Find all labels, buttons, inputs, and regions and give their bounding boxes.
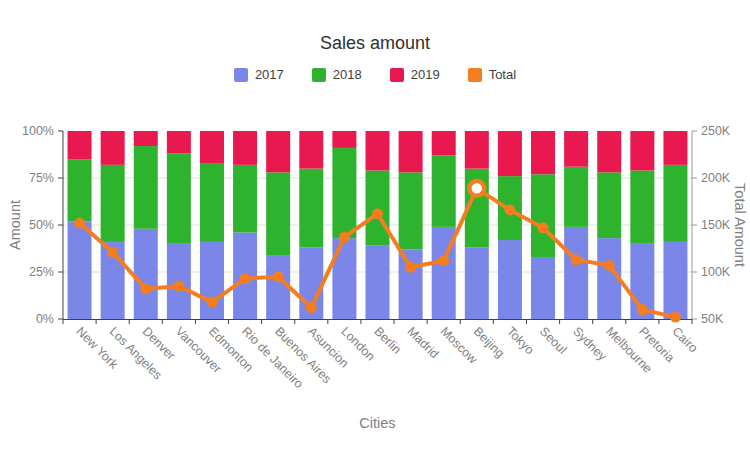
- x-axis-label-madrid: Madrid: [404, 324, 441, 361]
- bar-segment-2019-moscow[interactable]: [432, 131, 456, 155]
- line-point-melbourne[interactable]: [604, 260, 615, 271]
- bar-segment-2019-edmonton[interactable]: [200, 131, 224, 163]
- bar-segment-2018-sydney[interactable]: [564, 167, 588, 227]
- bar-segment-2019-beijing[interactable]: [465, 131, 489, 169]
- left-axis-tick-label: 75%: [29, 171, 54, 185]
- right-axis-tick-label: 250K: [701, 124, 731, 138]
- bar-segment-2018-seoul[interactable]: [531, 174, 555, 257]
- line-point-pretoria[interactable]: [637, 304, 648, 315]
- line-point-sydney[interactable]: [571, 254, 582, 265]
- line-point-los-angeles[interactable]: [107, 247, 118, 258]
- bar-segment-2017-new-york[interactable]: [68, 221, 92, 319]
- bar-segment-2018-cairo[interactable]: [663, 165, 687, 242]
- line-point-denver[interactable]: [140, 283, 151, 294]
- bar-segment-2018-asuncion[interactable]: [299, 169, 323, 248]
- bar-segment-2019-rio-de-janeiro[interactable]: [233, 131, 257, 165]
- line-point-new-york[interactable]: [74, 218, 85, 229]
- bar-segment-2017-berlin[interactable]: [366, 246, 390, 319]
- line-point-berlin[interactable]: [372, 208, 383, 219]
- bar-segment-2017-beijing[interactable]: [465, 248, 489, 319]
- bar-segment-2018-vancouver[interactable]: [167, 154, 191, 244]
- line-point-highlighted-beijing[interactable]: [469, 181, 484, 196]
- bar-segment-2019-sydney[interactable]: [564, 131, 588, 167]
- left-axis-title: Amount: [7, 200, 23, 250]
- bar-segment-2017-madrid[interactable]: [399, 249, 423, 319]
- bar-segment-2019-pretoria[interactable]: [630, 131, 654, 170]
- left-axis-tick-label: 0%: [36, 312, 54, 326]
- x-axis-label-sydney: Sydney: [570, 324, 610, 364]
- bar-segment-2019-los-angeles[interactable]: [101, 131, 125, 165]
- bar-segment-2017-tokyo[interactable]: [498, 240, 522, 319]
- bar-segment-2017-london[interactable]: [332, 238, 356, 319]
- line-point-edmonton[interactable]: [206, 297, 217, 308]
- line-point-asuncion[interactable]: [306, 302, 317, 313]
- bar-segment-2019-melbourne[interactable]: [597, 131, 621, 172]
- bar-segment-2019-berlin[interactable]: [366, 131, 390, 170]
- bar-segment-2018-buenos-aires[interactable]: [266, 172, 290, 255]
- bar-segment-2018-moscow[interactable]: [432, 155, 456, 226]
- bar-segment-2019-cairo[interactable]: [663, 131, 687, 165]
- line-point-rio-de-janeiro[interactable]: [240, 273, 251, 284]
- bar-segment-2018-berlin[interactable]: [366, 170, 390, 245]
- line-point-madrid[interactable]: [405, 262, 416, 273]
- right-axis-tick-label: 100K: [701, 265, 731, 279]
- bar-segment-2019-london[interactable]: [332, 131, 356, 148]
- right-axis-tick-label: 50K: [701, 312, 724, 326]
- line-point-buenos-aires[interactable]: [273, 271, 284, 282]
- x-axis-label-cairo: Cairo: [669, 324, 700, 355]
- bar-segment-2018-new-york[interactable]: [68, 159, 92, 221]
- bar-segment-2017-sydney[interactable]: [564, 227, 588, 319]
- left-axis-tick-label: 25%: [29, 265, 54, 279]
- bar-segment-2019-asuncion[interactable]: [299, 131, 323, 169]
- right-axis-tick-label: 200K: [701, 171, 731, 185]
- right-axis-tick-label: 150K: [701, 218, 731, 232]
- left-axis-tick-label: 100%: [22, 124, 54, 138]
- line-point-cairo[interactable]: [670, 312, 681, 323]
- bar-segment-2018-melbourne[interactable]: [597, 172, 621, 238]
- left-axis-tick-label: 50%: [29, 218, 54, 232]
- bar-segment-2019-new-york[interactable]: [68, 131, 92, 159]
- x-axis-label-tokyo: Tokyo: [504, 324, 537, 357]
- line-point-seoul[interactable]: [538, 222, 549, 233]
- bar-segment-2019-denver[interactable]: [134, 131, 158, 146]
- bar-segment-2017-cairo[interactable]: [663, 242, 687, 319]
- right-axis-title: Total Amount: [732, 183, 748, 267]
- bar-segment-2017-seoul[interactable]: [531, 257, 555, 319]
- bar-segment-2019-tokyo[interactable]: [498, 131, 522, 176]
- bar-segment-2019-buenos-aires[interactable]: [266, 131, 290, 172]
- bar-segment-2017-denver[interactable]: [134, 229, 158, 319]
- sales-chart: 0%25%50%75%100%50K100K150K200K250KNew Yo…: [0, 0, 750, 476]
- bar-segment-2018-los-angeles[interactable]: [101, 165, 125, 242]
- x-axis-label-seoul: Seoul: [537, 324, 570, 357]
- line-point-moscow[interactable]: [438, 255, 449, 266]
- bar-segment-2018-rio-de-janeiro[interactable]: [233, 165, 257, 233]
- bar-segment-2018-edmonton[interactable]: [200, 163, 224, 242]
- bar-segment-2018-madrid[interactable]: [399, 172, 423, 249]
- line-point-london[interactable]: [339, 232, 350, 243]
- bar-segment-2019-vancouver[interactable]: [167, 131, 191, 154]
- bar-segment-2018-denver[interactable]: [134, 146, 158, 229]
- line-point-vancouver[interactable]: [173, 281, 184, 292]
- bar-segment-2019-seoul[interactable]: [531, 131, 555, 174]
- bar-segment-2018-london[interactable]: [332, 148, 356, 238]
- bar-segment-2019-madrid[interactable]: [399, 131, 423, 172]
- line-point-tokyo[interactable]: [504, 204, 515, 215]
- bar-segment-2018-pretoria[interactable]: [630, 170, 654, 243]
- x-axis-title: Cities: [359, 415, 395, 431]
